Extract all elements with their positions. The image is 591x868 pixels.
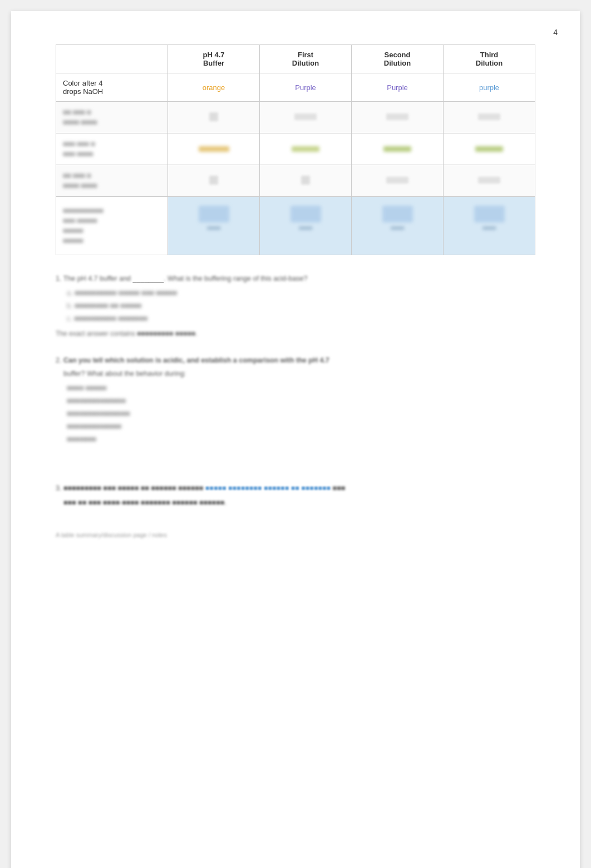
cell-2-3 [352,102,444,133]
cell-2-4 [444,102,535,133]
spacer [56,460,535,483]
row-label-2: ■■ ■■■ ■■■■■ ■■■■ [56,102,168,133]
question-3-sub: ■■■ ■■ ■■■ ■■■■-■■■■ ■■■■■■■ ■■■■■■ ■■■■… [63,497,535,508]
cell-1-2: Purple [260,73,352,102]
col-header-0 [56,45,168,73]
table-row: ■■ ■■■ ■■■■■ ■■■■ [56,102,535,133]
cell-1-3: Purple [352,73,444,102]
cell-3-1 [168,133,260,165]
cell-3-3 [352,133,444,165]
question-3: 3. ■■■■■■■■■ ■■■ ■■■■■ ■■ ■■■■■■ ■■■■■■ … [56,483,535,508]
col-header-3: SecondDilution [352,45,444,73]
col-header-1: pH 4.7Buffer [168,45,260,73]
page: 4 pH 4.7Buffer FirstDilution SecondDilut… [11,11,580,868]
question-1: 1. The pH 4.7 buffer and ________. What … [56,273,535,339]
questions-section: 1. The pH 4.7 buffer and ________. What … [56,273,535,540]
question-2-intro: 2. Can you tell which solution is acidic… [56,355,535,366]
page-number: 4 [553,28,558,37]
question-2-text: buffer? What about the behavior during: [63,368,535,379]
row-label-5: ■■■■■■■■■■■■■ ■■■■■■■■■■■■■■■ [56,197,168,255]
cell-3-4 [444,133,535,165]
cell-4-2 [260,165,352,197]
table-row: Color after 4drops NaOH orange Purple Pu… [56,73,535,102]
question-1-note: The exact answer contains ■■■■■■■■■ ■■■■… [56,329,535,339]
main-table: pH 4.7Buffer FirstDilution SecondDilutio… [56,44,535,255]
question-1-answer: a. ■■■■■■■■■■ ■■■■■ ■■■ ■■■■■ b. ■■■■■■■… [67,287,535,324]
table-row: ■■ ■■■ ■■■■■ ■■■■ [56,165,535,197]
cell-2-1 [168,102,260,133]
table-row: ■■■ ■■■ ■■■■ ■■■■ [56,133,535,165]
col-header-4: ThirdDilution [444,45,535,73]
cell-1-4: purple [444,73,535,102]
cell-3-2 [260,133,352,165]
footer-note: A table summary/discussion page / notes [56,530,535,540]
question-1-text: 1. The pH 4.7 buffer and ________. What … [56,273,535,284]
question-2-answer: ■■■■ ■■■■■ ■■■■■■■■■■■■■■ ■■■■■■■■■■■■■■… [67,383,535,445]
cell-4-4 [444,165,535,197]
row-label-1: Color after 4drops NaOH [56,73,168,102]
cell-5-1: ■■■■ [168,197,260,255]
cell-5-4: ■■■■ [444,197,535,255]
row-label-3: ■■■ ■■■ ■■■■ ■■■■ [56,133,168,165]
row-label-4: ■■ ■■■ ■■■■■ ■■■■ [56,165,168,197]
question-3-text: 3. ■■■■■■■■■ ■■■ ■■■■■ ■■ ■■■■■■ ■■■■■■ … [56,483,535,494]
cell-2-2 [260,102,352,133]
cell-1-1: orange [168,73,260,102]
cell-4-1 [168,165,260,197]
table-row: ■■■■■■■■■■■■■ ■■■■■■■■■■■■■■■ ■■■■ ■■■■ [56,197,535,255]
question-2: 2. Can you tell which solution is acidic… [56,355,535,445]
cell-5-3: ■■■■ [352,197,444,255]
col-header-2: FirstDilution [260,45,352,73]
cell-4-3 [352,165,444,197]
cell-5-2: ■■■■ [260,197,352,255]
